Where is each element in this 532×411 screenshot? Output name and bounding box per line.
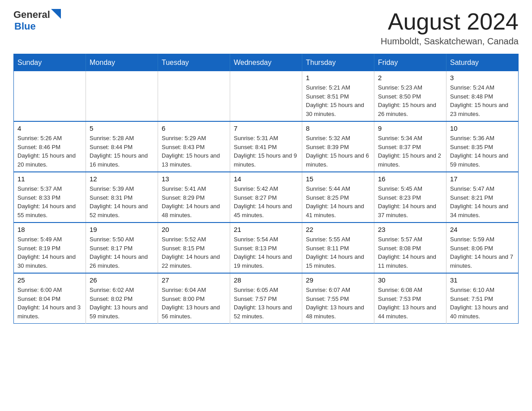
- day-number: 13: [162, 175, 226, 183]
- calendar-cell: 6Sunrise: 5:29 AM Sunset: 8:43 PM Daylig…: [158, 121, 230, 172]
- calendar-cell: 10Sunrise: 5:36 AM Sunset: 8:35 PM Dayli…: [446, 121, 519, 172]
- calendar-cell: 8Sunrise: 5:32 AM Sunset: 8:39 PM Daylig…: [302, 121, 374, 172]
- day-number: 24: [450, 226, 515, 233]
- day-number: 10: [450, 124, 515, 132]
- day-info: Sunrise: 6:02 AM Sunset: 8:02 PM Dayligh…: [90, 286, 154, 321]
- calendar-cell: 15Sunrise: 5:44 AM Sunset: 8:25 PM Dayli…: [302, 172, 374, 223]
- day-number: 19: [90, 226, 154, 233]
- day-info: Sunrise: 6:10 AM Sunset: 7:51 PM Dayligh…: [450, 286, 515, 321]
- day-info: Sunrise: 5:57 AM Sunset: 8:08 PM Dayligh…: [378, 235, 442, 270]
- weekday-header-thursday: Thursday: [302, 54, 374, 72]
- day-number: 1: [306, 74, 370, 81]
- day-number: 30: [378, 276, 442, 284]
- calendar-cell: 20Sunrise: 5:52 AM Sunset: 8:15 PM Dayli…: [158, 223, 230, 273]
- logo-triangle-icon: [51, 9, 61, 19]
- day-info: Sunrise: 5:37 AM Sunset: 8:33 PM Dayligh…: [17, 184, 82, 219]
- calendar-cell: 24Sunrise: 5:59 AM Sunset: 8:06 PM Dayli…: [446, 223, 519, 273]
- calendar-cell: 14Sunrise: 5:42 AM Sunset: 8:27 PM Dayli…: [230, 172, 302, 223]
- calendar-cell: 31Sunrise: 6:10 AM Sunset: 7:51 PM Dayli…: [446, 273, 519, 324]
- day-number: 4: [17, 124, 82, 132]
- day-number: 25: [17, 276, 82, 284]
- weekday-header-friday: Friday: [374, 54, 446, 72]
- calendar-cell: 1Sunrise: 5:21 AM Sunset: 8:51 PM Daylig…: [302, 71, 374, 121]
- day-number: 6: [162, 124, 226, 132]
- day-number: 2: [378, 74, 442, 81]
- day-info: Sunrise: 5:32 AM Sunset: 8:39 PM Dayligh…: [306, 134, 370, 169]
- calendar-cell: 27Sunrise: 6:04 AM Sunset: 8:00 PM Dayli…: [158, 273, 230, 324]
- day-number: 14: [234, 175, 298, 183]
- weekday-header-tuesday: Tuesday: [158, 54, 230, 72]
- day-info: Sunrise: 5:39 AM Sunset: 8:31 PM Dayligh…: [90, 184, 154, 219]
- calendar-header: SundayMondayTuesdayWednesdayThursdayFrid…: [14, 54, 519, 72]
- day-number: 23: [378, 226, 442, 233]
- day-info: Sunrise: 5:41 AM Sunset: 8:29 PM Dayligh…: [162, 184, 226, 219]
- day-number: 7: [234, 124, 298, 132]
- day-info: Sunrise: 5:29 AM Sunset: 8:43 PM Dayligh…: [162, 134, 226, 169]
- day-number: 8: [306, 124, 370, 132]
- weekday-header-wednesday: Wednesday: [230, 54, 302, 72]
- day-info: Sunrise: 5:44 AM Sunset: 8:25 PM Dayligh…: [306, 184, 370, 219]
- day-number: 12: [90, 175, 154, 183]
- calendar-week-3: 11Sunrise: 5:37 AM Sunset: 8:33 PM Dayli…: [14, 172, 519, 223]
- day-number: 27: [162, 276, 226, 284]
- calendar-cell: 17Sunrise: 5:47 AM Sunset: 8:21 PM Dayli…: [446, 172, 519, 223]
- calendar-cell: 29Sunrise: 6:07 AM Sunset: 7:55 PM Dayli…: [302, 273, 374, 324]
- svg-marker-0: [51, 9, 61, 19]
- day-number: 15: [306, 175, 370, 183]
- calendar-table: SundayMondayTuesdayWednesdayThursdayFrid…: [13, 54, 519, 324]
- calendar-cell: 11Sunrise: 5:37 AM Sunset: 8:33 PM Dayli…: [14, 172, 86, 223]
- calendar-cell: 25Sunrise: 6:00 AM Sunset: 8:04 PM Dayli…: [14, 273, 86, 324]
- day-number: 31: [450, 276, 515, 284]
- calendar-cell: 9Sunrise: 5:34 AM Sunset: 8:37 PM Daylig…: [374, 121, 446, 172]
- day-number: 18: [17, 226, 82, 233]
- day-info: Sunrise: 5:34 AM Sunset: 8:37 PM Dayligh…: [378, 134, 442, 169]
- day-info: Sunrise: 5:47 AM Sunset: 8:21 PM Dayligh…: [450, 184, 515, 219]
- weekday-header-monday: Monday: [86, 54, 158, 72]
- calendar-cell: 2Sunrise: 5:23 AM Sunset: 8:50 PM Daylig…: [374, 71, 446, 121]
- weekday-header-row: SundayMondayTuesdayWednesdayThursdayFrid…: [14, 54, 519, 72]
- logo: General Blue: [13, 9, 61, 32]
- calendar-cell: 3Sunrise: 5:24 AM Sunset: 8:48 PM Daylig…: [446, 71, 519, 121]
- day-number: 21: [234, 226, 298, 233]
- calendar-cell: 26Sunrise: 6:02 AM Sunset: 8:02 PM Dayli…: [86, 273, 158, 324]
- day-info: Sunrise: 5:42 AM Sunset: 8:27 PM Dayligh…: [234, 184, 298, 219]
- calendar-cell: 23Sunrise: 5:57 AM Sunset: 8:08 PM Dayli…: [374, 223, 446, 273]
- day-info: Sunrise: 5:21 AM Sunset: 8:51 PM Dayligh…: [306, 83, 370, 118]
- day-number: 22: [306, 226, 370, 233]
- calendar-cell: 4Sunrise: 5:26 AM Sunset: 8:46 PM Daylig…: [14, 121, 86, 172]
- calendar-cell: [230, 71, 302, 121]
- calendar-cell: 21Sunrise: 5:54 AM Sunset: 8:13 PM Dayli…: [230, 223, 302, 273]
- main-title: August 2024: [381, 9, 519, 34]
- day-info: Sunrise: 5:55 AM Sunset: 8:11 PM Dayligh…: [306, 235, 370, 270]
- calendar-week-1: 1Sunrise: 5:21 AM Sunset: 8:51 PM Daylig…: [14, 71, 519, 121]
- calendar-cell: 19Sunrise: 5:50 AM Sunset: 8:17 PM Dayli…: [86, 223, 158, 273]
- calendar-cell: [158, 71, 230, 121]
- day-number: 11: [17, 175, 82, 183]
- weekday-header-saturday: Saturday: [446, 54, 519, 72]
- day-info: Sunrise: 5:26 AM Sunset: 8:46 PM Dayligh…: [17, 134, 82, 169]
- calendar-week-2: 4Sunrise: 5:26 AM Sunset: 8:46 PM Daylig…: [14, 121, 519, 172]
- calendar-week-5: 25Sunrise: 6:00 AM Sunset: 8:04 PM Dayli…: [14, 273, 519, 324]
- calendar-week-4: 18Sunrise: 5:49 AM Sunset: 8:19 PM Dayli…: [14, 223, 519, 273]
- calendar-cell: 22Sunrise: 5:55 AM Sunset: 8:11 PM Dayli…: [302, 223, 374, 273]
- day-number: 9: [378, 124, 442, 132]
- day-number: 29: [306, 276, 370, 284]
- day-number: 5: [90, 124, 154, 132]
- day-info: Sunrise: 5:45 AM Sunset: 8:23 PM Dayligh…: [378, 184, 442, 219]
- calendar-cell: [86, 71, 158, 121]
- day-info: Sunrise: 6:07 AM Sunset: 7:55 PM Dayligh…: [306, 286, 370, 321]
- logo-icon: General Blue: [13, 9, 61, 32]
- calendar-cell: 18Sunrise: 5:49 AM Sunset: 8:19 PM Dayli…: [14, 223, 86, 273]
- day-number: 17: [450, 175, 515, 183]
- calendar-cell: 30Sunrise: 6:08 AM Sunset: 7:53 PM Dayli…: [374, 273, 446, 324]
- day-info: Sunrise: 5:23 AM Sunset: 8:50 PM Dayligh…: [378, 83, 442, 118]
- calendar-cell: 13Sunrise: 5:41 AM Sunset: 8:29 PM Dayli…: [158, 172, 230, 223]
- day-number: 20: [162, 226, 226, 233]
- calendar-cell: 28Sunrise: 6:05 AM Sunset: 7:57 PM Dayli…: [230, 273, 302, 324]
- day-info: Sunrise: 6:00 AM Sunset: 8:04 PM Dayligh…: [17, 286, 82, 321]
- day-info: Sunrise: 6:08 AM Sunset: 7:53 PM Dayligh…: [378, 286, 442, 321]
- logo-blue-text: Blue: [14, 21, 36, 32]
- day-info: Sunrise: 5:24 AM Sunset: 8:48 PM Dayligh…: [450, 83, 515, 118]
- day-number: 28: [234, 276, 298, 284]
- day-info: Sunrise: 6:05 AM Sunset: 7:57 PM Dayligh…: [234, 286, 298, 321]
